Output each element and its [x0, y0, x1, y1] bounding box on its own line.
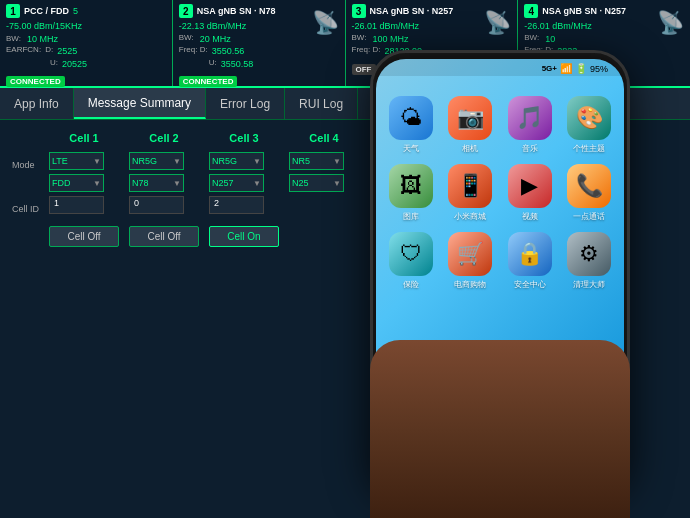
tab-message-summary[interactable]: Message Summary	[74, 88, 206, 119]
cell3-bw: 100 MHz	[372, 33, 408, 46]
cell3-mode-value: NR5G	[212, 156, 237, 166]
tab-app-info[interactable]: App Info	[0, 88, 74, 119]
cell1-mode-select[interactable]: LTE ▼	[49, 152, 104, 170]
cell1-bw: 10 MHz	[27, 33, 58, 46]
app-call-label: 一点通话	[573, 211, 605, 222]
cell1-d-label: D:	[45, 45, 53, 58]
app-weather[interactable]: 🌤 天气	[386, 96, 436, 154]
label-cellid: Cell ID	[12, 200, 39, 218]
app-gallery-icon: 🖼	[389, 164, 433, 208]
cell3-band-arrow: ▼	[253, 179, 261, 188]
app-store-label: 小米商城	[454, 211, 486, 222]
cell2-mode-select[interactable]: NR5G ▼	[129, 152, 184, 170]
cell3-mode-arrow: ▼	[253, 157, 261, 166]
cell1-config-label: Cell 1	[49, 132, 119, 144]
cell2-u-label: U:	[209, 58, 217, 71]
app-video-icon: ▶	[508, 164, 552, 208]
cell1-earfcn-d: 2525	[57, 45, 77, 58]
cell1-earfcn-u: 20525	[62, 58, 87, 71]
app-video-label: 视频	[522, 211, 538, 222]
app-music[interactable]: 🎵 音乐	[505, 96, 555, 154]
phone-container: 5G+ 📶 🔋 95% 🌤 天气 📷 相机 🎵 音乐	[370, 50, 630, 490]
cell3-band-select[interactable]: N257 ▼	[209, 174, 264, 192]
app-shop-label: 电商购物	[454, 279, 486, 290]
app-security[interactable]: 🔒 安全中心	[505, 232, 555, 290]
cell-bar-2: 2 NSA gNB SN · N78 -22.13 dBm/MHz BW: 20…	[173, 0, 346, 86]
cell2-bw: 20 MHz	[200, 33, 231, 46]
cell2-mode-value: NR5G	[132, 156, 157, 166]
cell-num-1: 1	[6, 4, 20, 18]
cell1-duplex-arrow: ▼	[93, 179, 101, 188]
cell4-title: NSA gNB SN · N257	[542, 6, 626, 16]
app-shop[interactable]: 🛒 电商购物	[446, 232, 496, 290]
cell4-mode-value: NR5	[292, 156, 310, 166]
label-duplex	[12, 178, 39, 196]
app-music-label: 音乐	[522, 143, 538, 154]
cell1-bw-label: BW:	[6, 34, 21, 43]
wifi-icon: 📶	[560, 63, 572, 74]
app-shop-icon: 🛒	[448, 232, 492, 276]
phone-status-bar: 5G+ 📶 🔋 95%	[376, 59, 624, 76]
cell-num-4: 4	[524, 4, 538, 18]
cell1-config: Cell 1 LTE ▼ FDD ▼ 1 Cell Off	[49, 132, 119, 506]
app-camera[interactable]: 📷 相机	[446, 96, 496, 154]
cell3-title: NSA gNB SN · N257	[370, 6, 454, 16]
app-gallery-label: 图库	[403, 211, 419, 222]
cell1-status: CONNECTED	[6, 76, 65, 87]
cell1-id-input[interactable]: 1	[49, 196, 104, 214]
cell4-mode-select[interactable]: NR5 ▼	[289, 152, 344, 170]
tab-rui-log[interactable]: RUI Log	[285, 88, 358, 119]
cell3-button[interactable]: Cell On	[209, 226, 279, 247]
cell1-power: -75.00 dBm/15KHz	[6, 20, 166, 33]
cell3-mode-select[interactable]: NR5G ▼	[209, 152, 264, 170]
app-gallery[interactable]: 🖼 图库	[386, 164, 436, 222]
app-theme-icon: 🎨	[567, 96, 611, 140]
cell2-title: NSA gNB SN · N78	[197, 6, 276, 16]
cell4-band-arrow: ▼	[333, 179, 341, 188]
cell4-config: Cell 4 NR5 ▼ N25 ▼	[289, 132, 359, 506]
tower-icon-3: 📡	[484, 10, 511, 36]
cell3-config: Cell 3 NR5G ▼ N257 ▼ 2 Cell On	[209, 132, 279, 506]
cell2-config: Cell 2 NR5G ▼ N78 ▼ 0 Cell Off	[129, 132, 199, 506]
cell2-freq-label: Freq: D:	[179, 45, 208, 58]
app-grid: 🌤 天气 📷 相机 🎵 音乐 🎨 个性主题 🖼 图库	[376, 76, 624, 300]
app-camera-icon: 📷	[448, 96, 492, 140]
cell2-id-input[interactable]: 0	[129, 196, 184, 214]
row-labels: Mode Cell ID	[12, 132, 39, 506]
cell4-config-label: Cell 4	[289, 132, 359, 144]
app-music-icon: 🎵	[508, 96, 552, 140]
cell2-band-select[interactable]: N78 ▼	[129, 174, 184, 192]
cell1-duplex-select[interactable]: FDD ▼	[49, 174, 104, 192]
label-blank	[12, 222, 39, 240]
app-store[interactable]: 📱 小米商城	[446, 164, 496, 222]
cell2-freq-d: 3550.56	[212, 45, 245, 58]
cell3-id-input[interactable]: 2	[209, 196, 264, 214]
phone-status-icons: 5G+ 📶 🔋 95%	[542, 63, 608, 74]
cell4-band-select[interactable]: N25 ▼	[289, 174, 344, 192]
cell1-mode-value: LTE	[52, 156, 68, 166]
cell2-band-value: N78	[132, 178, 149, 188]
cell4-mode-arrow: ▼	[333, 157, 341, 166]
cell2-mode-arrow: ▼	[173, 157, 181, 166]
app-security-icon: 🔒	[508, 232, 552, 276]
app-call[interactable]: 📞 一点通话	[565, 164, 615, 222]
cell2-button[interactable]: Cell Off	[129, 226, 199, 247]
app-security-label: 安全中心	[514, 279, 546, 290]
cell3-bw-label: BW:	[352, 33, 367, 46]
app-insurance[interactable]: 🛡 保险	[386, 232, 436, 290]
cell-num-2: 2	[179, 4, 193, 18]
app-cleaner-label: 清理大师	[573, 279, 605, 290]
battery-icon: 🔋	[575, 63, 587, 74]
app-video[interactable]: ▶ 视频	[505, 164, 555, 222]
cell1-duplex-value: FDD	[52, 178, 71, 188]
cell2-freq-u: 3550.58	[221, 58, 254, 71]
app-weather-label: 天气	[403, 143, 419, 154]
cell4-band-value: N25	[292, 178, 309, 188]
app-camera-label: 相机	[462, 143, 478, 154]
cell2-status: CONNECTED	[179, 76, 238, 87]
app-cleaner[interactable]: ⚙ 清理大师	[565, 232, 615, 290]
tab-error-log[interactable]: Error Log	[206, 88, 285, 119]
cell1-button[interactable]: Cell Off	[49, 226, 119, 247]
app-theme[interactable]: 🎨 个性主题	[565, 96, 615, 154]
cell3-config-label: Cell 3	[209, 132, 279, 144]
